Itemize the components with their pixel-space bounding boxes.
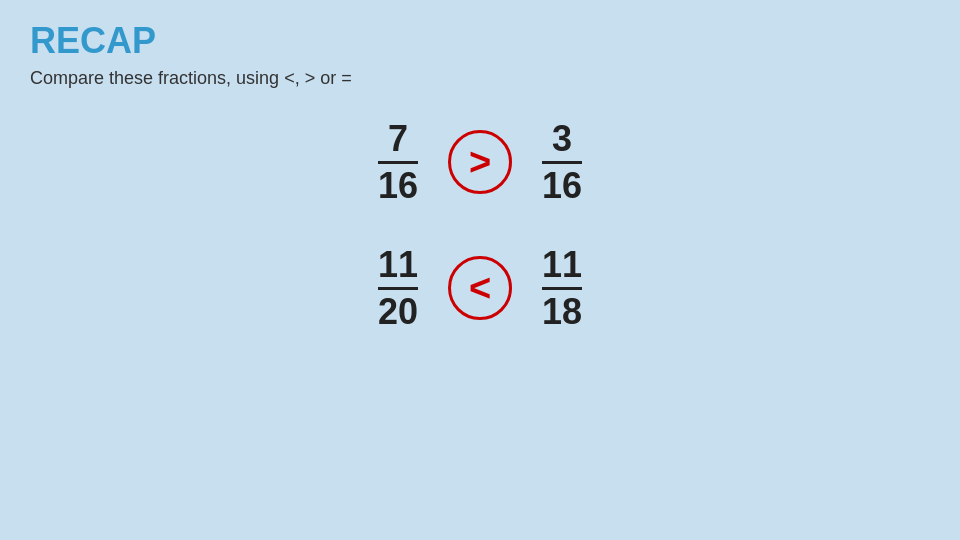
page: RECAP Compare these fractions, using <, … [0, 0, 960, 540]
denominator-1-left: 16 [378, 164, 418, 206]
comparison-row-2: 11 20 < 11 18 [378, 245, 582, 331]
comparison-row-1: 7 16 > 3 16 [378, 119, 582, 205]
fraction-right-2: 11 18 [542, 245, 582, 331]
numerator-1-right: 3 [542, 119, 582, 164]
page-title: RECAP [30, 20, 930, 62]
numerator-2-left: 11 [378, 245, 418, 290]
denominator-1-right: 16 [542, 164, 582, 206]
denominator-2-left: 20 [378, 290, 418, 332]
fraction-left-1: 7 16 [378, 119, 418, 205]
comparisons-container: 7 16 > 3 16 11 20 < 11 18 [30, 119, 930, 331]
numerator-1-left: 7 [378, 119, 418, 164]
page-subtitle: Compare these fractions, using <, > or = [30, 68, 930, 89]
denominator-2-right: 18 [542, 290, 582, 332]
operator-2: < [448, 256, 512, 320]
fraction-left-2: 11 20 [378, 245, 418, 331]
numerator-2-right: 11 [542, 245, 582, 290]
fraction-right-1: 3 16 [542, 119, 582, 205]
operator-1: > [448, 130, 512, 194]
